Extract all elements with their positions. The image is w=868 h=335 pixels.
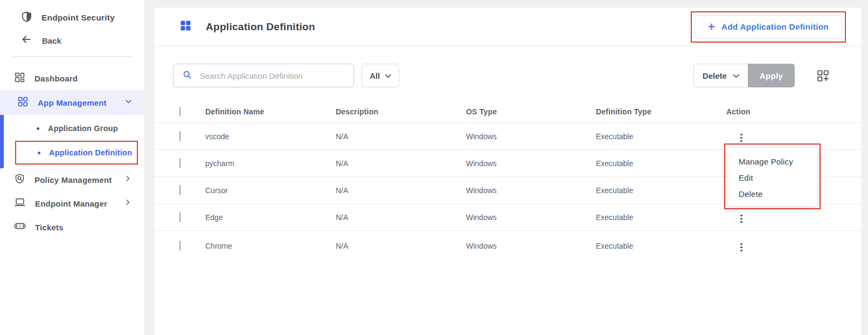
row-checkbox[interactable] [179, 131, 180, 141]
cell-description: N/A [336, 186, 466, 195]
sidebar-divider [13, 56, 131, 57]
cell-definition-type: Executable [596, 186, 726, 195]
chevron-right-icon [124, 199, 131, 208]
bulk-action-label: Delete [703, 71, 727, 80]
context-menu-item-manage-policy[interactable]: Manage Policy [727, 154, 817, 170]
column-header-os-type: OS Type [466, 107, 596, 116]
sidebar-item-label: App Management [38, 98, 107, 107]
sidebar-nav: Dashboard App Management Application Gro… [0, 66, 144, 239]
column-header-action: Action [726, 107, 861, 116]
toolbar-right-cluster: Delete Apply [693, 64, 830, 87]
cell-definition-name: Chrome [205, 242, 336, 250]
cell-os-type: Windows [466, 132, 596, 141]
bullet-icon [37, 127, 39, 130]
sidebar: Endpoint Security Back Dashboard App Man… [0, 0, 144, 335]
toolbar: All Delete Apply [155, 46, 861, 100]
select-all-checkbox[interactable] [179, 107, 180, 117]
chevron-right-icon [124, 175, 131, 184]
row-actions-kebab-icon[interactable] [736, 241, 747, 255]
row-actions-kebab-icon[interactable] [736, 212, 747, 226]
table-row: Chrome N/A Windows Executable [155, 231, 861, 261]
row-checkbox[interactable] [179, 212, 180, 222]
column-header-description: Description [336, 107, 466, 116]
sidebar-subitem-label: Application Definition [49, 148, 132, 157]
cell-os-type: Windows [466, 186, 596, 195]
sidebar-item-label: Endpoint Manager [35, 199, 107, 208]
page-title: Application Definition [206, 21, 315, 33]
search-input[interactable] [200, 71, 345, 80]
apply-button[interactable]: Apply [748, 64, 795, 87]
sidebar-item-label: Policy Management [34, 175, 112, 184]
cell-description: N/A [336, 132, 466, 141]
grid-icon [17, 96, 29, 110]
cell-definition-type: Executable [596, 213, 726, 222]
caret-down-icon [733, 71, 739, 80]
main-content: Application Definition + Add Application… [155, 8, 861, 335]
app-grid-icon [179, 19, 192, 34]
cell-description: N/A [336, 159, 466, 168]
column-settings-icon[interactable] [816, 69, 830, 83]
sidebar-item-endpoint-manager[interactable]: Endpoint Manager [0, 192, 144, 215]
caret-down-icon [385, 71, 391, 80]
cell-definition-type: Executable [596, 242, 726, 250]
filter-selected-label: All [370, 71, 380, 80]
sidebar-item-policy-management[interactable]: Policy Management [0, 168, 144, 192]
sidebar-subitem-label: Application Group [48, 124, 118, 133]
cell-os-type: Windows [466, 213, 596, 222]
search-icon [182, 70, 192, 82]
row-checkbox[interactable] [179, 241, 180, 251]
row-checkbox[interactable] [179, 158, 180, 168]
context-menu-item-edit[interactable]: Edit [727, 170, 817, 186]
context-menu-item-delete[interactable]: Delete [727, 186, 817, 202]
laptop-icon [14, 196, 26, 210]
back-button[interactable]: Back [0, 28, 144, 53]
annotation-box-context-menu: Manage Policy Edit Delete [724, 143, 821, 209]
column-header-definition-type: Definition Type [596, 107, 726, 116]
table-header-row: Definition Name Description OS Type Defi… [155, 100, 861, 123]
row-actions-context-menu: Manage Policy Edit Delete [727, 147, 817, 206]
sidebar-item-application-definition[interactable]: Application Definition [16, 142, 137, 163]
bulk-action-dropdown[interactable]: Delete [693, 64, 748, 87]
cell-definition-type: Executable [596, 159, 726, 168]
row-checkbox[interactable] [179, 185, 180, 195]
cell-description: N/A [336, 242, 466, 250]
sidebar-item-label: Tickets [35, 223, 64, 232]
sidebar-item-tickets[interactable]: Tickets [0, 215, 144, 239]
brand: Endpoint Security [0, 0, 144, 28]
row-actions-kebab-icon[interactable] [736, 131, 747, 145]
cell-definition-type: Executable [596, 132, 726, 141]
column-header-definition-name: Definition Name [205, 107, 336, 116]
annotation-box-add-button: + Add Application Definition [691, 11, 846, 43]
add-button-label: Add Application Definition [721, 22, 829, 32]
search-box [173, 64, 354, 87]
cell-definition-name: pycharm [205, 159, 336, 168]
add-application-definition-button[interactable]: + Add Application Definition [695, 15, 842, 39]
sidebar-item-label: Dashboard [34, 74, 78, 83]
cell-description: N/A [336, 213, 466, 222]
page: Endpoint Security Back Dashboard App Man… [0, 0, 868, 335]
sidebar-item-application-group[interactable]: Application Group [0, 118, 144, 139]
policy-shield-icon [14, 173, 25, 187]
page-header: Application Definition + Add Application… [155, 8, 861, 46]
chevron-down-icon [124, 98, 133, 108]
cell-os-type: Windows [466, 159, 596, 168]
sidebar-item-dashboard[interactable]: Dashboard [0, 66, 144, 90]
filter-dropdown[interactable]: All [362, 64, 399, 87]
cell-definition-name: vscode [205, 132, 336, 141]
shield-icon [20, 11, 33, 25]
back-label: Back [42, 36, 61, 45]
annotation-box-application-definition: Application Definition [15, 141, 138, 165]
bulk-action-control: Delete Apply [693, 64, 795, 87]
sidebar-item-app-management[interactable]: App Management [0, 90, 144, 115]
cell-definition-name: Cursor [205, 186, 336, 195]
cell-os-type: Windows [466, 242, 596, 250]
dashboard-icon [14, 72, 25, 85]
bullet-icon [38, 152, 40, 154]
plus-icon: + [708, 21, 715, 33]
cell-definition-name: Edge [205, 213, 336, 222]
ticket-icon [14, 220, 26, 234]
brand-label: Endpoint Security [41, 13, 115, 23]
back-arrow-icon [20, 33, 32, 47]
